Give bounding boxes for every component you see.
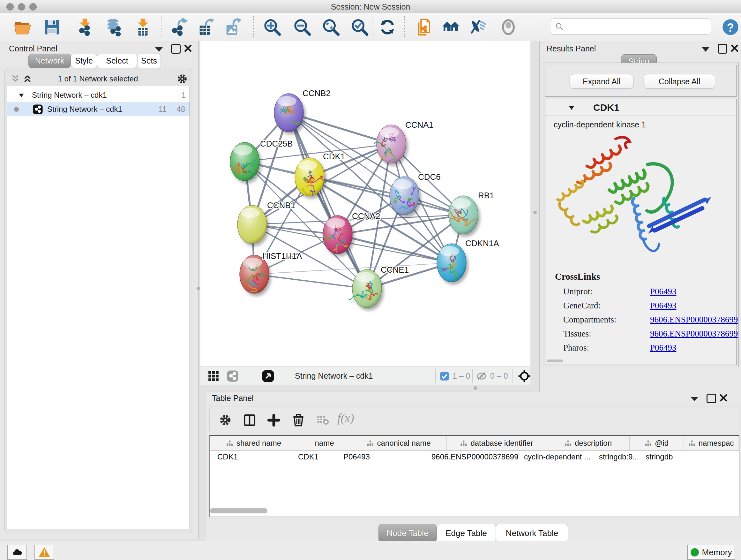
import-network-icon[interactable] (76, 18, 94, 37)
network-edge[interactable] (289, 113, 391, 144)
columns-icon[interactable] (243, 414, 256, 427)
hide-graphics-icon[interactable] (470, 18, 488, 37)
column-header-namespac[interactable]: namespac (684, 436, 738, 450)
toolbar-separator (284, 369, 284, 383)
add-icon[interactable] (267, 414, 280, 427)
tab-network[interactable]: Network (28, 54, 71, 68)
close-panel-icon[interactable] (184, 44, 192, 52)
crosslink-link[interactable]: 9606.ENSP00000378699 (650, 329, 738, 339)
trash-icon[interactable] (291, 413, 306, 427)
export-image-icon[interactable] (223, 18, 242, 37)
share-icon[interactable] (226, 370, 239, 382)
splitter-handle[interactable] (474, 386, 477, 390)
crosslink-link[interactable]: P06493 (650, 343, 677, 353)
crosslink-link[interactable]: 9606.ENSP00000378699 (650, 315, 738, 325)
show-graphics-icon[interactable] (499, 18, 518, 37)
table-cell[interactable]: stringdb (638, 450, 685, 464)
zoom-out-icon[interactable] (293, 18, 312, 37)
table-row[interactable]: CDK1CDK1P064939606.ENSP00000378699cyclin… (210, 450, 739, 464)
tab-select[interactable]: Select (97, 54, 137, 68)
collapse-section-icon[interactable] (568, 104, 576, 112)
gene-section-header[interactable]: CDK1 (545, 99, 736, 116)
help-icon[interactable]: ? (722, 18, 739, 36)
close-panel-icon[interactable] (719, 394, 728, 402)
share-document-icon[interactable] (415, 18, 433, 37)
birdseye-grid-icon[interactable] (207, 370, 219, 382)
import-table-icon[interactable] (134, 18, 152, 37)
refresh-icon[interactable] (378, 18, 397, 37)
network-edge[interactable] (254, 274, 367, 289)
status-bar: Memory (0, 541, 741, 560)
warning-button[interactable] (35, 545, 54, 560)
column-header-canonical-name[interactable]: canonical name (351, 436, 447, 450)
network-row-selected[interactable]: String Network – cdk1 11 48 (7, 102, 190, 116)
tree-expander-icon[interactable] (18, 92, 25, 99)
selected-checkbox-icon[interactable] (440, 371, 449, 381)
export-table-icon[interactable] (197, 18, 215, 37)
network-node-CCNA2[interactable] (323, 215, 352, 254)
network-collection-row[interactable]: String Network – cdk1 1 (7, 88, 190, 102)
expand-all-button[interactable]: Expand All (569, 74, 633, 89)
table-cell[interactable]: P06493 (336, 450, 424, 464)
network-node-CCNB1[interactable] (238, 205, 267, 244)
collapse-all-button[interactable]: Collapse All (644, 74, 715, 89)
crosslink-link[interactable]: P06493 (650, 287, 677, 297)
splitter-handle[interactable] (197, 287, 200, 290)
horizontal-scrollbar[interactable] (547, 360, 563, 362)
gear-icon[interactable] (177, 73, 188, 84)
table-cell[interactable]: cyclin-dependent ... (516, 450, 591, 464)
toolbar-separator (513, 369, 513, 383)
zoom-selected-icon[interactable] (350, 18, 369, 37)
float-panel-icon[interactable] (702, 47, 710, 52)
delete-table-icon[interactable] (317, 415, 329, 426)
maximize-panel-icon[interactable] (171, 44, 181, 54)
network-node-CCNA1[interactable] (374, 125, 406, 163)
network-canvas[interactable]: CCNB2CCNA1CDC25BCDK1CDC6RB1CCNB1CCNA2CDK… (200, 41, 530, 367)
cloud-button[interactable] (7, 545, 27, 560)
zoom-in-icon[interactable] (263, 18, 281, 37)
network-edge[interactable] (289, 113, 367, 289)
network-node-CDC6[interactable] (390, 177, 419, 215)
tab-sets[interactable]: Sets (137, 54, 161, 68)
gear-icon[interactable] (219, 414, 232, 427)
crosslink-link[interactable]: P06493 (650, 301, 677, 311)
network-node-CCNB2[interactable] (274, 94, 304, 132)
table-cell[interactable]: CDK1 (210, 450, 290, 464)
table-cell[interactable]: 9606.ENSP00000378699 (424, 450, 516, 464)
tab-node-table[interactable]: Node Table (379, 524, 436, 543)
column-label: database identifier (470, 439, 533, 448)
import-database-icon[interactable] (105, 18, 123, 37)
column-header-database-identifier[interactable]: database identifier (447, 436, 547, 450)
table-cell[interactable]: stringdb:9... (591, 450, 638, 464)
table-cell[interactable]: CDK1 (290, 450, 336, 464)
network-node-CDK1[interactable] (295, 158, 324, 196)
network-node-CDC25B[interactable] (230, 142, 259, 181)
export-network-icon[interactable] (171, 18, 189, 37)
zoom-fit-icon[interactable] (322, 18, 340, 37)
function-icon[interactable]: f(x) (337, 411, 354, 425)
save-session-icon[interactable] (43, 18, 61, 37)
tab-edge-table[interactable]: Edge Table (436, 524, 496, 543)
open-session-icon[interactable] (13, 18, 32, 37)
memory-button[interactable]: Memory (687, 545, 735, 560)
close-panel-icon[interactable] (731, 44, 739, 52)
column-header-description[interactable]: description (547, 436, 630, 450)
column-header--id[interactable]: @id (630, 436, 684, 450)
column-header-name[interactable]: name (298, 436, 351, 450)
tab-network-table[interactable]: Network Table (496, 524, 568, 543)
network-node-CDKN1A[interactable] (437, 244, 466, 282)
maximize-panel-icon[interactable] (706, 394, 716, 403)
search-input[interactable] (566, 20, 708, 32)
open-view-icon[interactable] (262, 370, 274, 382)
horizontal-scrollbar[interactable] (210, 508, 267, 513)
float-panel-icon[interactable] (690, 397, 698, 401)
network-node-HIST1H1A[interactable] (240, 255, 269, 294)
fit-target-icon[interactable] (518, 369, 531, 383)
homes-icon[interactable] (442, 18, 460, 37)
tab-style[interactable]: Style (71, 54, 97, 68)
float-panel-icon[interactable] (155, 47, 163, 52)
network-node-RB1[interactable] (449, 196, 478, 234)
maximize-panel-icon[interactable] (718, 44, 727, 54)
splitter-handle[interactable] (533, 211, 537, 214)
column-header-shared-name[interactable]: shared name (210, 436, 298, 450)
